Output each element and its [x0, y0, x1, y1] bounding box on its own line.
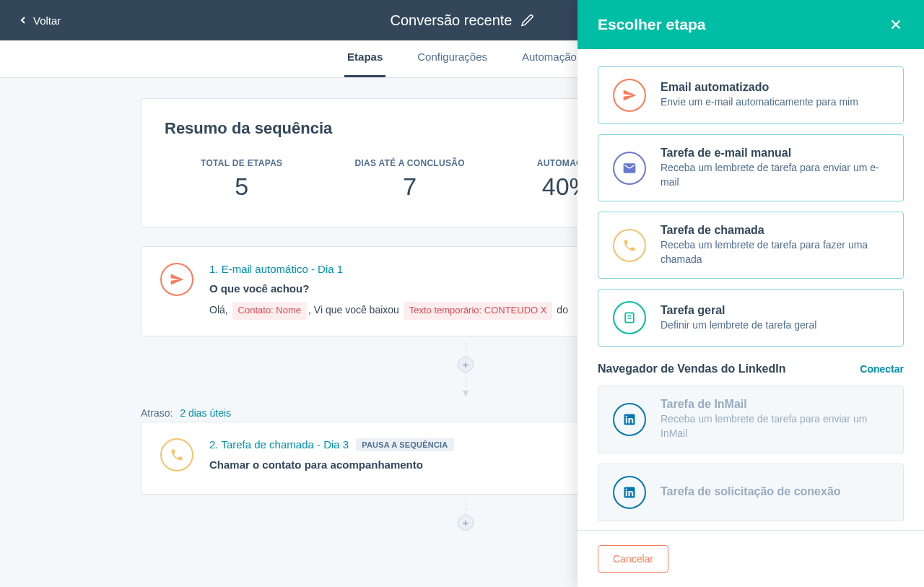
phone-icon	[160, 438, 193, 471]
stat-total-steps: TOTAL DE ETAPAS 5	[201, 158, 282, 201]
side-panel: Escolher etapa Email automatizado Envie …	[578, 0, 924, 587]
panel-header: Escolher etapa	[578, 0, 924, 49]
stat-label: DIAS ATÉ A CONCLUSÃO	[354, 158, 464, 168]
option-title: Tarefa de e-mail manual	[661, 147, 889, 160]
option-connection-request: Tarefa de solicitação de conexão	[598, 464, 904, 521]
option-general-task[interactable]: Tarefa geral Definir um lembrete de tare…	[598, 289, 904, 347]
arrow-down-icon: ▼	[461, 387, 471, 399]
chevron-left-icon	[17, 14, 29, 26]
option-inmail-task: Tarefa de InMail Receba um lembrete de t…	[598, 386, 904, 453]
tab-configuracoes[interactable]: Configurações	[414, 40, 490, 77]
option-title: Tarefa de InMail	[661, 398, 889, 411]
option-manual-email[interactable]: Tarefa de e-mail manual Receba um lembre…	[598, 134, 904, 201]
pause-badge: PAUSA A SEQUÊNCIA	[356, 438, 453, 451]
send-icon	[613, 79, 646, 112]
back-label: Voltar	[33, 14, 61, 27]
step-title-text: 2. Tarefa de chamada - Dia 3	[209, 438, 349, 451]
tab-automacao[interactable]: Automação	[519, 40, 580, 77]
panel-footer: Cancelar	[578, 530, 924, 587]
connector-line	[466, 373, 466, 387]
option-automated-email[interactable]: Email automatizado Envie um e-mail autom…	[598, 66, 904, 124]
option-title: Tarefa de chamada	[661, 224, 889, 237]
option-text: Tarefa de e-mail manual Receba um lembre…	[661, 147, 889, 189]
phone-icon	[613, 229, 646, 262]
stat-label: TOTAL DE ETAPAS	[201, 158, 282, 168]
text: do	[554, 304, 567, 316]
option-desc: Receba um lembrete de tarefa para enviar…	[661, 412, 889, 440]
connector-line	[466, 342, 466, 357]
content-token: Texto temporário: CONTEUDO X	[404, 302, 553, 320]
send-icon	[160, 263, 193, 296]
option-text: Tarefa de solicitação de conexão	[661, 485, 889, 500]
option-text: Tarefa de InMail Receba um lembrete de t…	[661, 398, 889, 440]
linkedin-section-header: Navegador de Vendas do LinkedIn Conectar	[598, 362, 904, 375]
delay-value[interactable]: 2 dias úteis	[180, 407, 231, 419]
delay-label: Atraso:	[141, 407, 173, 419]
option-desc: Definir um lembrete de tarefa geral	[661, 318, 889, 333]
option-text: Tarefa de chamada Receba um lembrete de …	[661, 224, 889, 266]
pencil-icon[interactable]	[520, 14, 533, 27]
panel-title: Escolher etapa	[598, 16, 705, 33]
stat-value: 7	[354, 173, 464, 201]
text: Olá,	[209, 304, 231, 316]
option-call-task[interactable]: Tarefa de chamada Receba um lembrete de …	[598, 212, 904, 279]
option-desc: Envie um e-mail automaticamente para mim	[661, 95, 889, 110]
connect-link[interactable]: Conectar	[860, 363, 904, 375]
envelope-icon	[613, 152, 646, 185]
close-icon[interactable]	[888, 17, 904, 32]
cancel-button[interactable]: Cancelar	[598, 545, 668, 573]
linkedin-icon	[613, 403, 646, 436]
option-text: Tarefa geral Definir um lembrete de tare…	[661, 304, 889, 333]
add-step-button[interactable]: +	[458, 515, 474, 531]
text: , Vi que você baixou	[308, 304, 402, 316]
tab-etapas[interactable]: Etapas	[344, 40, 385, 77]
option-text: Email automatizado Envie um e-mail autom…	[661, 81, 889, 110]
task-icon	[613, 301, 646, 334]
add-step-button[interactable]: +	[458, 357, 474, 373]
option-title: Tarefa geral	[661, 304, 889, 317]
contact-name-token: Contato: Nome	[232, 302, 307, 320]
option-title: Email automatizado	[661, 81, 889, 94]
option-desc: Receba um lembrete de tarefa para enviar…	[661, 161, 889, 189]
back-button[interactable]: Voltar	[17, 14, 61, 27]
connector-line	[466, 500, 466, 515]
option-desc: Receba um lembrete de tarefa para fazer …	[661, 238, 889, 266]
page-title: Conversão recente	[391, 12, 513, 29]
option-title: Tarefa de solicitação de conexão	[661, 485, 889, 498]
stat-days: DIAS ATÉ A CONCLUSÃO 7	[354, 158, 464, 201]
panel-body: Email automatizado Envie um e-mail autom…	[578, 49, 924, 530]
stat-value: 5	[201, 173, 282, 201]
section-title: Navegador de Vendas do LinkedIn	[598, 362, 786, 375]
linkedin-icon	[613, 476, 646, 509]
page-title-wrap: Conversão recente	[391, 12, 534, 29]
